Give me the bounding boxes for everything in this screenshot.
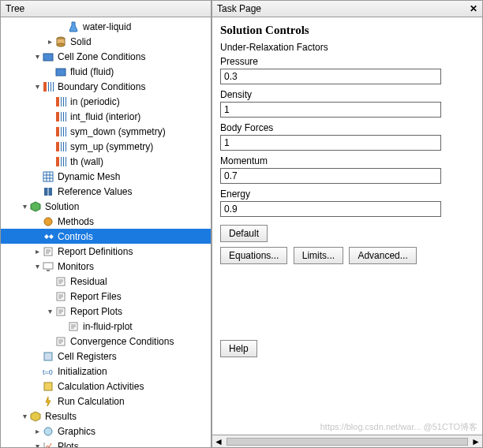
tree-node[interactable]: ·t=0Initialization xyxy=(1,364,211,379)
help-button[interactable]: Help xyxy=(220,340,257,357)
limits-button[interactable]: Limits... xyxy=(294,247,343,264)
tree-node[interactable]: ·fluid (fluid) xyxy=(1,64,211,79)
tree-node-label: Run Calculation xyxy=(58,396,125,407)
horizontal-scrollbar[interactable]: ◄ ► xyxy=(212,435,482,447)
tree-node[interactable]: ·Convergence Conditions xyxy=(1,334,211,349)
boundary-icon xyxy=(54,125,67,138)
tree-node[interactable]: ▾Report Plots xyxy=(1,304,211,319)
tree-node-label: sym_up (symmetry) xyxy=(70,141,153,152)
tree-node[interactable]: ▸Graphics xyxy=(1,424,211,439)
svg-rect-3 xyxy=(43,54,53,61)
calc-icon xyxy=(42,380,54,393)
chevron-down-icon[interactable]: ▾ xyxy=(32,82,42,91)
svg-rect-13 xyxy=(56,112,59,121)
close-icon[interactable]: ✕ xyxy=(470,3,477,14)
tree-node-label: in (periodic) xyxy=(70,96,120,107)
scroll-left-icon[interactable]: ◄ xyxy=(214,436,223,447)
tree-node[interactable]: ·in (periodic) xyxy=(1,94,211,109)
tree-node[interactable]: ▾Solution xyxy=(1,199,211,214)
tree-node[interactable]: ·water-liquid xyxy=(1,19,211,34)
tree-node[interactable]: ·sym_down (symmetry) xyxy=(1,124,211,139)
tree-node[interactable]: ·Controls xyxy=(1,229,211,244)
equations-button[interactable]: Equations... xyxy=(220,247,287,264)
tree-node[interactable]: ▾Boundary Conditions xyxy=(1,79,211,94)
svg-text:t=0: t=0 xyxy=(43,368,53,376)
init-icon: t=0 xyxy=(42,365,54,378)
tree-node-label: Methods xyxy=(58,216,94,227)
section-title: Solution Controls xyxy=(220,24,474,37)
field-group: Body Forces xyxy=(220,122,474,151)
chevron-down-icon[interactable]: ▾ xyxy=(32,262,42,271)
chevron-down-icon[interactable]: ▾ xyxy=(32,442,42,447)
body-forces-input[interactable] xyxy=(220,135,441,151)
svg-rect-10 xyxy=(61,97,62,106)
tree-node[interactable]: ·Dynamic Mesh xyxy=(1,169,211,184)
tree-node-label: Cell Zone Conditions xyxy=(58,51,145,62)
chevron-down-icon[interactable]: ▾ xyxy=(20,412,29,420)
tree-node-label: Results xyxy=(45,411,77,422)
field-label: Density xyxy=(220,89,474,100)
tree-node[interactable]: ·Methods xyxy=(1,214,211,229)
svg-rect-18 xyxy=(61,127,62,136)
scroll-right-icon[interactable]: ► xyxy=(471,436,481,447)
pressure-input[interactable] xyxy=(220,69,441,84)
tree-node[interactable]: ▾Cell Zone Conditions xyxy=(1,49,211,64)
tree-node[interactable]: ▸Solid xyxy=(1,34,211,49)
tree-node[interactable]: ▸Report Definitions xyxy=(1,244,211,259)
tree-body[interactable]: ·water-liquid▸Solid▾Cell Zone Conditions… xyxy=(1,17,211,447)
svg-rect-40 xyxy=(44,383,52,390)
field-label: Body Forces xyxy=(220,122,474,133)
tree-node-label: Graphics xyxy=(58,426,95,437)
svg-rect-5 xyxy=(43,82,47,91)
tree-node[interactable]: ▾Plots xyxy=(1,439,211,447)
tree-node[interactable]: ▾Results xyxy=(1,409,211,424)
chevron-right-icon[interactable]: ▸ xyxy=(32,427,42,435)
plots-icon xyxy=(42,440,54,448)
energy-input[interactable] xyxy=(220,201,441,217)
tree-node[interactable]: ·Reference Values xyxy=(1,184,211,199)
tree-node-label: Controls xyxy=(58,231,93,242)
tree-node[interactable]: ·Run Calculation xyxy=(1,394,211,409)
tree-node[interactable]: ·int_fluid (interior) xyxy=(1,109,211,124)
tree-node[interactable]: ▾Monitors xyxy=(1,259,211,274)
chevron-down-icon[interactable]: ▾ xyxy=(45,307,54,315)
svg-point-2 xyxy=(57,43,65,47)
default-button[interactable]: Default xyxy=(220,225,268,242)
momentum-input[interactable] xyxy=(220,168,441,184)
chevron-down-icon[interactable]: ▾ xyxy=(32,52,42,61)
tree-node[interactable]: ·in-fluid-rplot xyxy=(1,319,211,334)
tree-node[interactable]: ·th (wall) xyxy=(1,154,211,169)
tree-node[interactable]: ·Residual xyxy=(1,274,211,289)
tree-node-label: water-liquid xyxy=(83,21,131,32)
tree-node[interactable]: ·sym_up (symmetry) xyxy=(1,139,211,154)
report-icon xyxy=(54,290,67,303)
density-input[interactable] xyxy=(220,102,441,118)
svg-rect-32 xyxy=(43,263,53,269)
tree-node-label: Report Definitions xyxy=(58,246,133,257)
svg-rect-12 xyxy=(66,97,66,106)
field-label: Momentum xyxy=(220,155,474,166)
scrollbar-thumb[interactable] xyxy=(227,438,468,446)
tree-node[interactable]: ·Calculation Activities xyxy=(1,379,211,394)
chevron-down-icon[interactable]: ▾ xyxy=(20,202,29,211)
tree-title-label: Tree xyxy=(6,3,24,14)
svg-rect-17 xyxy=(56,127,59,136)
advanced-button[interactable]: Advanced... xyxy=(349,247,416,264)
tree-node[interactable]: ·Report Files xyxy=(1,289,211,304)
tree-node-label: Reference Values xyxy=(58,186,133,197)
tree-node-label: Report Files xyxy=(70,291,122,302)
tree-node-label: th (wall) xyxy=(70,156,103,167)
tree-node-label: int_fluid (interior) xyxy=(70,111,140,122)
tree-node-label: Initialization xyxy=(58,366,107,377)
task-panel-title: Task Page ✕ xyxy=(212,1,482,17)
chevron-right-icon[interactable]: ▸ xyxy=(45,37,54,46)
tree-node-label: Plots xyxy=(58,441,79,448)
report-icon xyxy=(67,320,80,333)
svg-rect-19 xyxy=(63,127,64,136)
methods-icon xyxy=(42,215,54,228)
report-icon xyxy=(54,275,67,288)
chevron-right-icon[interactable]: ▸ xyxy=(32,247,42,256)
monitor-icon xyxy=(42,260,54,273)
tree-panel: Tree ·water-liquid▸Solid▾Cell Zone Condi… xyxy=(0,0,212,448)
tree-node[interactable]: ·Cell Registers xyxy=(1,349,211,364)
